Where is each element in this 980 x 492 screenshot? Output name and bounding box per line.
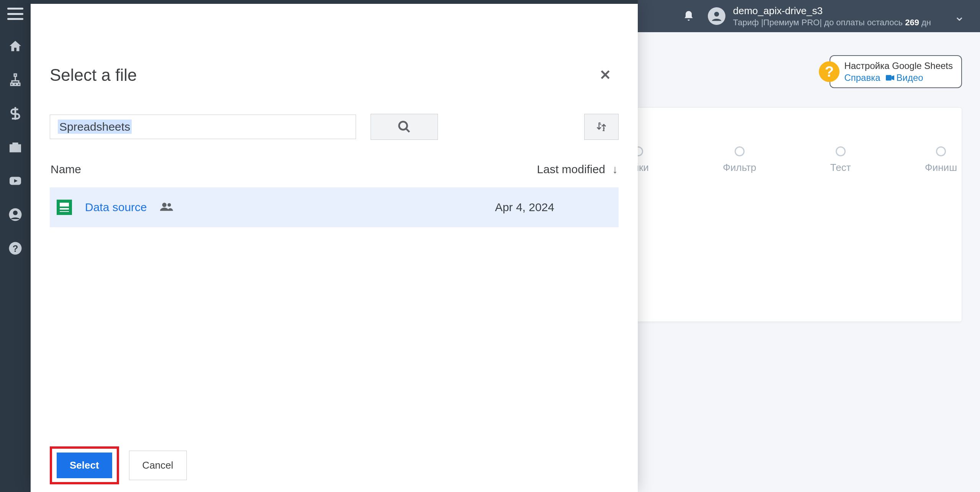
sidebar: ?: [0, 0, 31, 492]
help-badge: ? Настройка Google Sheets Справка Видео: [819, 55, 962, 88]
briefcase-icon[interactable]: [8, 139, 23, 155]
connections-icon[interactable]: [8, 72, 23, 87]
svg-text:A: A: [599, 121, 602, 126]
youtube-icon[interactable]: [8, 173, 23, 189]
shared-icon: [160, 202, 173, 213]
column-last-modified[interactable]: Last modified↓: [537, 163, 618, 176]
file-name: Data source: [85, 201, 147, 214]
svg-point-5: [714, 12, 719, 17]
svg-rect-6: [886, 75, 892, 80]
wizard-steps: ойки Фильтр Тест Финиш: [628, 146, 957, 174]
help-icon[interactable]: ?: [8, 241, 23, 256]
select-button[interactable]: Select: [57, 453, 112, 478]
hamburger-menu-icon[interactable]: [7, 8, 23, 20]
billing-icon[interactable]: [8, 106, 23, 121]
cancel-button[interactable]: Cancel: [129, 451, 187, 480]
file-picker-modal: Select a file ✕ Spreadsheets AZ Name Las…: [31, 0, 638, 492]
svg-point-7: [399, 122, 407, 130]
select-button-highlight: Select: [50, 446, 119, 484]
home-icon[interactable]: [8, 38, 23, 54]
step-test[interactable]: Тест: [830, 146, 851, 174]
sort-button[interactable]: AZ: [584, 114, 619, 140]
step-filter[interactable]: Фильтр: [723, 146, 756, 174]
user-menu[interactable]: demo_apix-drive_s3 Тариф |Премиум PRO| д…: [708, 5, 965, 28]
help-link[interactable]: Справка: [844, 72, 880, 84]
chevron-down-icon[interactable]: ⌄: [954, 8, 965, 24]
close-icon[interactable]: ✕: [592, 63, 619, 87]
tariff-text: Тариф |Премиум PRO| до оплаты осталось 2…: [733, 17, 931, 28]
svg-point-10: [162, 203, 166, 207]
svg-text:?: ?: [13, 243, 18, 254]
search-button[interactable]: [371, 114, 438, 140]
column-name[interactable]: Name: [51, 163, 537, 176]
help-title: Настройка Google Sheets: [844, 60, 953, 72]
account-icon[interactable]: [8, 207, 23, 222]
column-headers: Name Last modified↓: [50, 163, 619, 176]
avatar-icon: [708, 7, 725, 25]
picker-title: Select a file: [50, 66, 137, 85]
file-date: Apr 4, 2024: [495, 201, 554, 214]
spreadsheet-icon: [57, 200, 72, 215]
step-finish[interactable]: Финиш: [925, 146, 957, 174]
filter-chip[interactable]: Spreadsheets: [50, 115, 356, 139]
sort-arrow-down-icon: ↓: [612, 163, 618, 176]
username: demo_apix-drive_s3: [733, 5, 931, 17]
video-link[interactable]: Видео: [886, 72, 923, 84]
svg-text:Z: Z: [603, 127, 605, 132]
svg-point-2: [13, 211, 18, 215]
svg-point-11: [167, 203, 171, 207]
file-row[interactable]: Data source Apr 4, 2024: [50, 187, 619, 227]
notifications-icon[interactable]: [681, 8, 696, 24]
